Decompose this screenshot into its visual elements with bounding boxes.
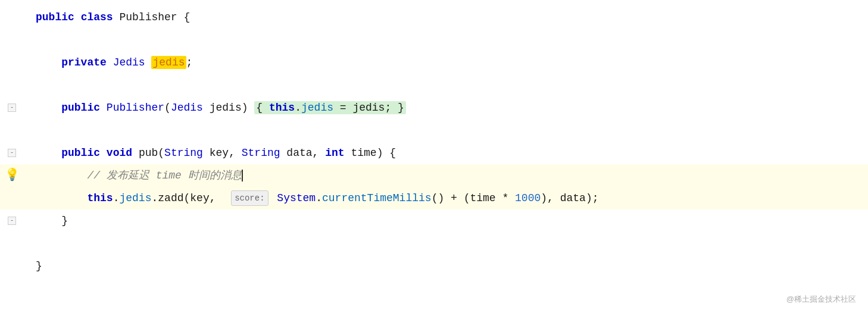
gutter-8: 💡 [0, 166, 24, 185]
score-tooltip: score: [231, 190, 268, 206]
semicolon-1: ; [186, 57, 193, 68]
code-content-9: this.jedis.zadd(key, score: System.curre… [24, 190, 868, 207]
code-line-1: public class Publisher { [0, 6, 868, 29]
text-cursor [242, 170, 243, 181]
brace-close-1: } [61, 215, 68, 227]
brace-block-highlight: { this.jedis = jedis; } [254, 101, 405, 114]
method-zadd: zadd [158, 192, 183, 204]
code-content-2 [24, 32, 868, 49]
keyword-class: class [81, 11, 113, 23]
jedis-zadd: jedis [119, 192, 151, 204]
paren-5: ( [184, 192, 191, 204]
paren-6: ) [586, 192, 592, 204]
type-jedis: Jedis [113, 57, 145, 68]
method-pub: pub [139, 147, 158, 159]
code-content-8: // 发布延迟 time 时间的消息 [24, 167, 868, 184]
number-1000: 1000 [515, 192, 541, 204]
code-content-1: public class Publisher { [24, 9, 868, 26]
param-time: time [351, 147, 376, 159]
this-jedis: jedis [301, 102, 333, 114]
code-line-11 [0, 232, 868, 255]
code-line-2 [0, 29, 868, 51]
type-string-2: String [242, 147, 280, 159]
code-line-4 [0, 74, 868, 96]
brace-close-2: } [36, 260, 42, 272]
keyword-public-3: public [61, 147, 100, 159]
code-content-3: private Jedis jedis; [24, 54, 868, 71]
code-line-7: - public void pub(String key, String dat… [0, 142, 868, 164]
code-line-9: this.jedis.zadd(key, score: System.curre… [0, 187, 868, 209]
code-content-4 [24, 77, 868, 94]
brace-open-2: { [389, 147, 396, 159]
code-content-12: } [24, 258, 868, 275]
current-time-millis: currentTimeMillis [322, 192, 432, 204]
constructor-name: Publisher [107, 102, 164, 114]
keyword-public: public [36, 11, 74, 23]
keyword-private: private [61, 57, 107, 68]
code-line-3: private Jedis jedis; [0, 51, 868, 74]
keyword-int: int [325, 147, 344, 159]
code-content-6 [24, 122, 868, 139]
gutter-5: - [0, 104, 24, 112]
code-editor: public class Publisher { private Jedis j… [0, 0, 868, 283]
code-line-6 [0, 119, 868, 142]
param-jedis: jedis [210, 102, 242, 114]
code-line-12: } [0, 255, 868, 277]
code-content-5: public Publisher(Jedis jedis) { this.jed… [24, 99, 868, 117]
comment-line: // 发布延迟 time 时间的消息 [87, 170, 241, 181]
watermark: @稀土掘金技术社区 [786, 293, 856, 306]
keyword-public-2: public [61, 102, 100, 114]
gutter-7: - [0, 149, 24, 157]
paren-1: ( [164, 102, 171, 114]
keyword-this: this [269, 102, 295, 114]
fold-icon-10[interactable]: - [8, 217, 16, 225]
paren-3: ( [158, 147, 164, 159]
param-key: key [210, 147, 229, 159]
fold-icon-5[interactable]: - [8, 104, 16, 112]
code-content-11 [24, 235, 868, 252]
code-line-5: - public Publisher(Jedis jedis) { this.j… [0, 96, 868, 119]
brace-open-1: { [183, 11, 190, 23]
system-class: System [277, 192, 316, 204]
fold-icon-7[interactable]: - [8, 149, 16, 157]
paren-2: ) [242, 102, 248, 114]
paren-4: ) [377, 147, 383, 159]
class-name: Publisher [119, 11, 177, 23]
type-string-1: String [164, 147, 203, 159]
param-data: data [286, 147, 312, 159]
type-jedis-2: Jedis [171, 102, 203, 114]
keyword-void: void [107, 147, 132, 159]
lightbulb-icon[interactable]: 💡 [5, 166, 20, 185]
gutter-10: - [0, 217, 24, 225]
keyword-this-2: this [87, 192, 113, 204]
code-content-7: public void pub(String key, String data,… [24, 145, 868, 162]
code-line-10: - } [0, 209, 868, 232]
code-line-8: 💡 // 发布延迟 time 时间的消息 [0, 164, 868, 187]
var-jedis: jedis [151, 56, 186, 69]
code-content-10: } [24, 212, 868, 230]
